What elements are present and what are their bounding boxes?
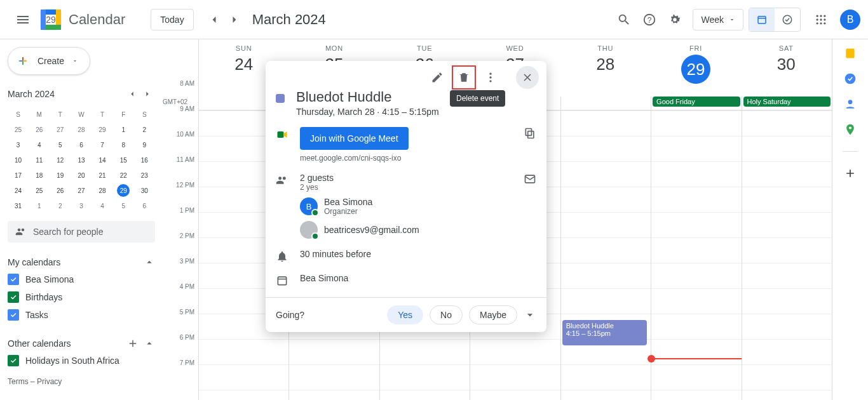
day-column[interactable] <box>742 110 832 400</box>
mini-day-cell[interactable]: 29 <box>113 183 134 198</box>
mini-day-cell[interactable]: 26 <box>50 183 71 198</box>
prev-period-button[interactable] <box>204 10 224 30</box>
calendar-checkbox[interactable] <box>8 309 19 321</box>
calendar-checkbox[interactable] <box>8 274 19 285</box>
mini-day-cell[interactable]: 10 <box>8 152 29 168</box>
mini-day-cell[interactable]: 7 <box>92 137 113 152</box>
other-calendars-header[interactable]: Other calendars <box>8 335 155 352</box>
my-calendars-header[interactable]: My calendars <box>8 254 155 270</box>
calendar-item[interactable]: Tasks <box>8 306 155 324</box>
mini-day-cell[interactable]: 9 <box>134 137 155 152</box>
main-menu-button[interactable] <box>8 4 38 35</box>
copy-icon[interactable] <box>524 127 536 140</box>
calendar-checkbox[interactable] <box>8 291 19 303</box>
join-meet-button[interactable]: Join with Google Meet <box>300 127 409 150</box>
day-header[interactable]: SAT30 <box>742 39 832 97</box>
mini-day-cell[interactable]: 29 <box>92 122 113 137</box>
event-options-button[interactable] <box>479 66 502 89</box>
mini-day-cell[interactable]: 27 <box>50 122 71 137</box>
mini-day-cell[interactable]: 8 <box>113 137 134 152</box>
mini-day-cell[interactable]: 16 <box>134 152 155 168</box>
guest-item[interactable]: B Bea SimonaOrganizer <box>300 197 512 216</box>
allday-cell[interactable]: Good Friday <box>651 97 741 110</box>
day-column[interactable]: Bluedot Huddle4:15 – 5:15pm <box>560 110 651 400</box>
plus-icon[interactable] <box>127 338 139 349</box>
allday-cell[interactable]: Holy Saturday <box>742 97 832 110</box>
settings-button[interactable] <box>662 7 688 32</box>
mini-day-cell[interactable]: 27 <box>71 183 92 198</box>
mini-day-cell[interactable]: 13 <box>71 152 92 168</box>
calendar-item[interactable]: Birthdays <box>8 288 155 306</box>
contacts-icon[interactable] <box>844 98 857 110</box>
mini-day-cell[interactable]: 6 <box>134 198 155 213</box>
mini-day-cell[interactable]: 21 <box>92 168 113 183</box>
rsvp-no-button[interactable]: No <box>430 305 463 324</box>
mini-day-cell[interactable]: 26 <box>29 122 50 137</box>
maps-icon[interactable] <box>844 123 857 136</box>
mini-day-cell[interactable]: 12 <box>50 152 71 168</box>
terms-privacy-link[interactable]: Terms – Privacy <box>8 377 155 386</box>
close-popup-button[interactable] <box>516 66 539 89</box>
mini-day-cell[interactable]: 1 <box>29 198 50 213</box>
mini-day-cell[interactable]: 28 <box>92 183 113 198</box>
mini-day-cell[interactable]: 1 <box>113 122 134 137</box>
mini-day-cell[interactable]: 17 <box>8 168 29 183</box>
mini-day-cell[interactable]: 28 <box>71 122 92 137</box>
mini-day-cell[interactable]: 6 <box>71 137 92 152</box>
tasks-icon[interactable] <box>844 72 857 85</box>
allday-cell[interactable] <box>560 97 651 110</box>
event-block[interactable]: Bluedot Huddle4:15 – 5:15pm <box>562 320 647 345</box>
mini-day-cell[interactable]: 20 <box>71 168 92 183</box>
email-guests-icon[interactable] <box>524 173 536 185</box>
mini-day-cell[interactable]: 2 <box>50 198 71 213</box>
next-period-button[interactable] <box>224 10 245 30</box>
mini-day-cell[interactable]: 19 <box>50 168 71 183</box>
mini-day-cell[interactable]: 2 <box>134 122 155 137</box>
view-selector[interactable]: Week <box>693 9 743 30</box>
day-column[interactable] <box>651 110 741 400</box>
mini-day-cell[interactable]: 15 <box>113 152 134 168</box>
guest-item[interactable]: beatricesv9@gmail.com <box>300 221 512 239</box>
mini-day-cell[interactable]: 31 <box>8 198 29 213</box>
mini-day-cell[interactable]: 11 <box>29 152 50 168</box>
delete-event-button[interactable] <box>452 66 475 89</box>
mini-prev-button[interactable] <box>125 86 140 102</box>
day-header[interactable]: THU28 <box>560 39 651 97</box>
mini-day-cell[interactable]: 3 <box>71 198 92 213</box>
calendar-toggle[interactable] <box>749 8 775 31</box>
mini-day-cell[interactable]: 14 <box>92 152 113 168</box>
add-panel-icon[interactable] <box>844 167 857 180</box>
tasks-toggle[interactable] <box>775 8 800 31</box>
rsvp-maybe-button[interactable]: Maybe <box>469 305 517 324</box>
google-apps-button[interactable] <box>808 7 834 32</box>
mini-day-cell[interactable]: 4 <box>29 137 50 152</box>
mini-next-button[interactable] <box>140 86 155 102</box>
mini-day-cell[interactable]: 23 <box>134 168 155 183</box>
create-button[interactable]: Create <box>8 47 90 75</box>
mini-day-cell[interactable]: 25 <box>8 122 29 137</box>
mini-day-cell[interactable]: 25 <box>29 183 50 198</box>
mini-day-cell[interactable]: 5 <box>50 137 71 152</box>
search-people-input[interactable]: Search for people <box>8 221 155 243</box>
today-button[interactable]: Today <box>151 9 193 30</box>
mini-day-cell[interactable]: 5 <box>113 198 134 213</box>
mini-day-cell[interactable]: 22 <box>113 168 134 183</box>
mini-day-cell[interactable]: 18 <box>29 168 50 183</box>
keep-icon[interactable] <box>844 47 857 60</box>
mini-day-cell[interactable]: 3 <box>8 137 29 152</box>
support-button[interactable]: ? <box>637 7 662 32</box>
day-header[interactable]: FRI29 <box>651 39 741 97</box>
search-button[interactable] <box>611 7 637 32</box>
chevron-down-icon[interactable] <box>524 309 536 321</box>
calendar-item[interactable]: Bea Simona <box>8 270 155 288</box>
account-avatar[interactable]: B <box>840 10 860 30</box>
allday-event[interactable]: Holy Saturday <box>743 97 831 107</box>
calendar-checkbox[interactable] <box>8 355 19 366</box>
allday-event[interactable]: Good Friday <box>653 97 740 107</box>
rsvp-yes-button[interactable]: Yes <box>387 305 423 324</box>
edit-event-button[interactable] <box>426 66 449 89</box>
mini-day-cell[interactable]: 4 <box>92 198 113 213</box>
mini-day-cell[interactable]: 30 <box>134 183 155 198</box>
calendar-item[interactable]: Holidays in South Africa <box>8 352 155 370</box>
mini-day-cell[interactable]: 24 <box>8 183 29 198</box>
